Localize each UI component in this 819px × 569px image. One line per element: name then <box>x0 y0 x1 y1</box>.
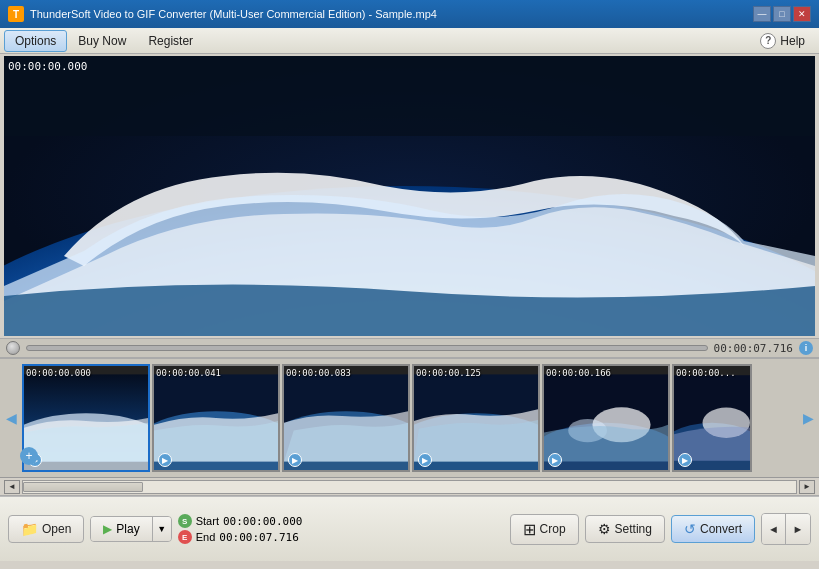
thumbnail-5[interactable]: 00:00:00.166 ▶ <box>542 364 670 472</box>
setting-label: Setting <box>615 522 652 536</box>
end-label: End <box>196 531 216 543</box>
thumb-time-5: 00:00:00.166 <box>546 368 611 378</box>
play-button[interactable]: ▶ Play <box>91 517 152 541</box>
start-time-row: S Start 00:00:00.000 <box>178 514 303 528</box>
thumb-icon-2: ▶ <box>158 453 172 467</box>
open-label: Open <box>42 522 71 536</box>
help-icon: ? <box>760 33 776 49</box>
thumb-icon-4: ▶ <box>418 453 432 467</box>
play-dropdown-button[interactable]: ▼ <box>153 517 171 541</box>
strip-next-button[interactable]: ▶ <box>797 363 819 473</box>
start-icon: S <box>178 514 192 528</box>
bottom-toolbar: 📁 Open ▶ Play ▼ S Start 00:00:00.000 E E… <box>0 496 819 561</box>
setting-button[interactable]: ⚙ Setting <box>585 515 665 543</box>
setting-icon: ⚙ <box>598 521 611 537</box>
thumbnail-6[interactable]: 00:00:00... ▶ <box>672 364 752 472</box>
open-button[interactable]: 📁 Open <box>8 515 84 543</box>
help-label: Help <box>780 34 805 48</box>
seek-handle[interactable] <box>6 341 20 355</box>
thumbnail-strip: ◀ + 00:00:00.000 ▶ <box>0 358 819 478</box>
thumbnail-4[interactable]: 00:00:00.125 ▶ <box>412 364 540 472</box>
crop-button[interactable]: ⊞ Crop <box>510 514 579 545</box>
horizontal-scrollbar[interactable]: ◄ ► <box>0 478 819 496</box>
thumb-time-3: 00:00:00.083 <box>286 368 351 378</box>
navigation-arrows: ◄ ► <box>761 513 811 545</box>
end-icon: E <box>178 530 192 544</box>
convert-icon: ↺ <box>684 521 696 537</box>
svg-rect-2 <box>4 56 815 136</box>
seek-timestamp: 00:00:07.716 <box>714 342 793 355</box>
thumbnail-1[interactable]: 00:00:00.000 ▶ <box>22 364 150 472</box>
video-timestamp: 00:00:00.000 <box>8 60 87 73</box>
start-label: Start <box>196 515 219 527</box>
menu-options[interactable]: Options <box>4 30 67 52</box>
maximize-button[interactable]: □ <box>773 6 791 22</box>
play-group: ▶ Play ▼ <box>90 516 171 542</box>
video-preview: 00:00:00.000 <box>4 56 815 336</box>
thumb-time-1: 00:00:00.000 <box>26 368 91 378</box>
crop-label: Crop <box>540 522 566 536</box>
start-time: 00:00:00.000 <box>223 515 302 528</box>
add-frame-button[interactable]: + <box>20 447 38 465</box>
thumbnail-2[interactable]: 00:00:00.041 ▶ <box>152 364 280 472</box>
scroll-thumb[interactable] <box>23 482 143 492</box>
help-button[interactable]: ? Help <box>750 30 815 52</box>
scroll-left-button[interactable]: ◄ <box>4 480 20 494</box>
open-icon: 📁 <box>21 521 38 537</box>
window-controls: — □ ✕ <box>753 6 811 22</box>
scroll-track[interactable] <box>22 480 797 494</box>
thumbnail-3[interactable]: 00:00:00.083 ▶ <box>282 364 410 472</box>
thumb-icon-5: ▶ <box>548 453 562 467</box>
close-button[interactable]: ✕ <box>793 6 811 22</box>
thumb-time-4: 00:00:00.125 <box>416 368 481 378</box>
seek-bar[interactable]: 00:00:07.716 i <box>0 338 819 358</box>
thumbnails-container: 00:00:00.000 ▶ 00:00:00.041 ▶ 00:00:00.0… <box>22 364 797 472</box>
app-icon: T <box>8 6 24 22</box>
scroll-right-button[interactable]: ► <box>799 480 815 494</box>
time-section: S Start 00:00:00.000 E End 00:00:07.716 <box>178 514 303 544</box>
thumb-icon-3: ▶ <box>288 453 302 467</box>
thumb-time-6: 00:00:00... <box>676 368 736 378</box>
play-icon: ▶ <box>103 522 112 536</box>
video-canvas <box>4 56 815 336</box>
thumb-icon-6: ▶ <box>678 453 692 467</box>
title-bar: T ThunderSoft Video to GIF Converter (Mu… <box>0 0 819 28</box>
menu-register[interactable]: Register <box>137 30 204 52</box>
play-label: Play <box>116 522 139 536</box>
thumb-time-2: 00:00:00.041 <box>156 368 221 378</box>
seek-track[interactable] <box>26 345 708 351</box>
convert-button[interactable]: ↺ Convert <box>671 515 755 543</box>
menu-buynow[interactable]: Buy Now <box>67 30 137 52</box>
convert-label: Convert <box>700 522 742 536</box>
minimize-button[interactable]: — <box>753 6 771 22</box>
nav-prev-button[interactable]: ◄ <box>762 514 786 544</box>
window-title: ThunderSoft Video to GIF Converter (Mult… <box>30 8 753 20</box>
strip-prev-button[interactable]: ◀ <box>0 363 22 473</box>
nav-next-button[interactable]: ► <box>786 514 810 544</box>
info-icon[interactable]: i <box>799 341 813 355</box>
crop-icon: ⊞ <box>523 520 536 539</box>
end-time: 00:00:07.716 <box>219 531 298 544</box>
end-time-row: E End 00:00:07.716 <box>178 530 303 544</box>
menu-bar: Options Buy Now Register ? Help <box>0 28 819 54</box>
